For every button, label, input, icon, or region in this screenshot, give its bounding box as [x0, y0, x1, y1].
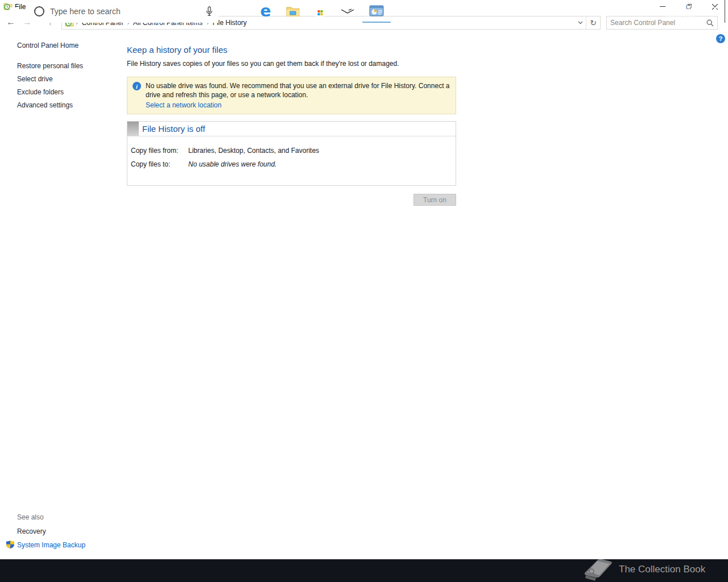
copy-files-to-value: No usable drives were found. — [188, 160, 276, 168]
taskbar-search-box[interactable] — [27, 0, 218, 23]
sidebar-item-control-panel-home[interactable]: Control Panel Home — [17, 41, 119, 49]
start-button[interactable] — [0, 0, 27, 23]
sidebar: Control Panel Home Restore personal file… — [17, 41, 119, 115]
sidebar-item-restore-personal-files[interactable]: Restore personal files — [17, 63, 119, 69]
sidebar-item-exclude-folders[interactable]: Exclude folders — [17, 89, 119, 95]
clock-date: 3/31/2018 — [667, 11, 694, 19]
action-center-icon — [707, 7, 717, 16]
taskbar-search-input[interactable] — [44, 7, 206, 16]
copy-files-to-label: Copy files to: — [131, 160, 188, 168]
refresh-button[interactable]: ↻ — [586, 16, 600, 29]
copy-files-from-value: Libraries, Desktop, Contacts, and Favori… — [188, 147, 319, 155]
status-chip-icon — [127, 122, 139, 136]
file-history-taskbar-button[interactable] — [362, 0, 391, 23]
copy-files-from-row: Copy files from: Libraries, Desktop, Con… — [131, 147, 456, 155]
file-explorer-icon — [286, 6, 300, 16]
copy-files-from-label: Copy files from: — [131, 147, 188, 155]
status-body: Copy files from: Libraries, Desktop, Con… — [127, 136, 456, 185]
page-description: File History saves copies of your files … — [127, 60, 457, 68]
sidebar-item-select-drive[interactable]: Select drive — [17, 76, 119, 82]
volume-icon[interactable] — [647, 0, 661, 23]
info-icon: i — [133, 82, 141, 90]
notice-banner: i No usable drive was found. We recommen… — [127, 77, 456, 114]
help-button[interactable]: ? — [716, 34, 725, 43]
task-view-button[interactable] — [222, 0, 250, 23]
windows-logo-icon — [10, 7, 18, 16]
see-also-section: See also Recovery System Image Backup — [17, 513, 85, 549]
control-panel-window-icon — [369, 5, 384, 16]
sidebar-item-recovery[interactable]: Recovery — [17, 527, 85, 535]
mail-icon — [341, 7, 354, 16]
clock-time: 9:27 AM — [669, 4, 692, 11]
microsoft-store-button[interactable] — [307, 0, 334, 23]
status-title: File History is off — [142, 124, 205, 134]
notice-text: No usable drive was found. We recommend … — [146, 81, 450, 99]
microphone-icon[interactable] — [206, 6, 213, 16]
main-content: Keep a history of your files File Histor… — [127, 45, 457, 206]
page-title: Keep a history of your files — [127, 45, 457, 55]
see-also-heading: See also — [17, 513, 85, 521]
taskbar-clock[interactable]: 9:27 AM 3/31/2018 — [662, 0, 698, 23]
turn-on-button[interactable]: Turn on — [413, 194, 456, 206]
task-view-icon — [230, 7, 242, 16]
status-header: File History is off — [127, 122, 456, 136]
show-desktop-button[interactable] — [725, 0, 728, 23]
uac-shield-icon — [6, 541, 14, 548]
cortana-icon — [34, 6, 44, 16]
copy-files-to-row: Copy files to: No usable drives were fou… — [131, 160, 456, 168]
system-image-backup-label: System Image Backup — [17, 541, 85, 549]
sidebar-item-system-image-backup[interactable]: System Image Backup — [17, 541, 85, 549]
select-network-location-link[interactable]: Select a network location — [146, 101, 450, 109]
taskbar — [0, 559, 728, 582]
edge-browser-button[interactable]: e — [252, 0, 279, 23]
file-history-status-panel: File History is off Copy files from: Lib… — [127, 121, 456, 186]
address-dropdown-button[interactable] — [574, 16, 586, 29]
windows-ink-pen-icon[interactable] — [621, 0, 634, 23]
microsoft-store-icon — [314, 5, 326, 18]
chevron-down-icon — [578, 21, 583, 24]
sidebar-item-advanced-settings[interactable]: Advanced settings — [17, 102, 119, 109]
mail-button[interactable] — [334, 0, 361, 23]
network-icon[interactable] — [634, 0, 647, 23]
action-center-button[interactable] — [703, 0, 720, 23]
edge-icon: e — [260, 3, 271, 19]
desktop-screen: File History ← → ↑ — [0, 0, 728, 582]
file-explorer-button[interactable] — [279, 0, 307, 23]
